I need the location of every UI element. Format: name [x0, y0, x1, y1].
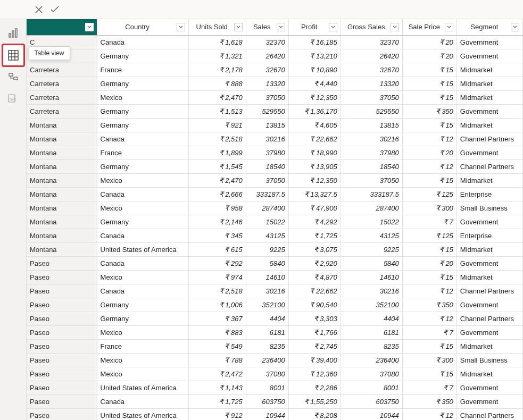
cell-price[interactable]: ₹ 20 — [402, 35, 456, 49]
cell-gross[interactable]: 529550 — [341, 104, 402, 118]
cell-country[interactable]: Mexico — [97, 173, 188, 187]
cell-country[interactable]: Germany — [97, 104, 188, 118]
cell-sales[interactable]: 10944 — [246, 408, 288, 420]
cell-price[interactable]: ₹ 15 — [402, 270, 456, 284]
table-row[interactable]: PaseoMexico₹ 97414610₹ 4,87014610₹ 15Mid… — [27, 270, 523, 284]
cell-sales[interactable]: 43125 — [246, 229, 288, 242]
cell-product[interactable]: Paseo — [27, 256, 97, 270]
cell-gross[interactable]: 6181 — [341, 325, 402, 339]
table-row[interactable]: PaseoUnited States of America₹ 1,1438001… — [27, 381, 523, 394]
table-row[interactable]: PaseoCanada₹ 2925840₹ 2,9205840₹ 20Gover… — [27, 256, 523, 270]
table-row[interactable]: CCanada₹ 1,61832370₹ 16,18532370₹ 20Gove… — [27, 35, 523, 49]
cell-units[interactable]: ₹ 883 — [188, 325, 246, 339]
cell-segment[interactable]: Channel Partners — [456, 312, 522, 325]
table-row[interactable]: MontanaFrance₹ 1,89937980₹ 18,99037980₹ … — [27, 146, 523, 159]
cell-price[interactable]: ₹ 300 — [402, 201, 456, 215]
cell-price[interactable]: ₹ 7 — [402, 325, 456, 339]
table-row[interactable]: PaseoUnited States of America₹ 91210944₹… — [27, 408, 523, 420]
cell-units[interactable]: ₹ 2,518 — [188, 284, 246, 298]
cell-profit[interactable]: ₹ 1,55,250 — [288, 394, 341, 408]
cell-country[interactable]: Mexico — [97, 353, 188, 367]
cell-product[interactable]: Montana — [27, 242, 97, 256]
cell-units[interactable]: ₹ 2,518 — [188, 132, 246, 146]
cell-gross[interactable]: 43125 — [341, 229, 402, 242]
cell-sales[interactable]: 13815 — [246, 118, 288, 132]
cell-profit[interactable]: ₹ 13,905 — [288, 159, 341, 173]
cell-gross[interactable]: 14610 — [341, 270, 402, 284]
table-row[interactable]: MontanaGermany₹ 1,54518540₹ 13,90518540₹… — [27, 159, 523, 173]
cell-product[interactable]: Montana — [27, 201, 97, 215]
cell-sales[interactable]: 30216 — [246, 284, 288, 298]
cell-units[interactable]: ₹ 1,321 — [188, 49, 246, 63]
cell-profit[interactable]: ₹ 3,075 — [288, 242, 341, 256]
cell-segment[interactable]: Small Business — [456, 353, 522, 367]
table-row[interactable]: CarreteraGermany₹ 1,32126420₹ 13,2102642… — [27, 49, 523, 63]
cell-price[interactable]: ₹ 300 — [402, 353, 456, 367]
data-grid[interactable]: CountryUnits SoldSalesProfitGross SalesS… — [27, 19, 523, 420]
report-view-button[interactable] — [4, 23, 23, 43]
table-row[interactable]: MontanaUnited States of America₹ 6159225… — [27, 242, 523, 256]
cell-units[interactable]: ₹ 2,470 — [188, 90, 246, 104]
cell-gross[interactable]: 236400 — [341, 353, 402, 367]
cell-product[interactable]: Paseo — [27, 381, 97, 394]
cell-country[interactable]: Mexico — [97, 201, 188, 215]
cell-segment[interactable]: Midmarket — [456, 173, 522, 187]
cell-profit[interactable]: ₹ 22,662 — [288, 284, 341, 298]
cell-product[interactable]: Montana — [27, 173, 97, 187]
table-row[interactable]: PaseoMexico₹ 2,47237080₹ 12,36037080₹ 15… — [27, 367, 523, 381]
cell-segment[interactable]: Midmarket — [456, 242, 522, 256]
column-filter-dropdown[interactable] — [177, 23, 185, 31]
cell-country[interactable]: Germany — [97, 215, 188, 229]
cell-segment[interactable]: Channel Partners — [456, 159, 522, 173]
cell-profit[interactable]: ₹ 22,662 — [288, 132, 341, 146]
cell-sales[interactable]: 5840 — [246, 256, 288, 270]
cell-gross[interactable]: 37050 — [341, 173, 402, 187]
cell-profit[interactable]: ₹ 13,210 — [288, 49, 341, 63]
cell-gross[interactable]: 37980 — [341, 146, 402, 159]
cell-price[interactable]: ₹ 125 — [402, 187, 456, 201]
cell-units[interactable]: ₹ 1,618 — [188, 35, 246, 49]
cell-segment[interactable]: Government — [456, 49, 522, 63]
table-row[interactable]: PaseoGermany₹ 3674404₹ 3,3034404₹ 12Chan… — [27, 312, 523, 325]
column-filter-dropdown[interactable] — [445, 23, 453, 31]
cell-segment[interactable]: Enterprise — [456, 187, 522, 201]
cell-price[interactable]: ₹ 15 — [402, 339, 456, 353]
cell-product[interactable]: Montana — [27, 146, 97, 159]
table-row[interactable]: PaseoFrance₹ 5498235₹ 2,7458235₹ 15Midma… — [27, 339, 523, 353]
cell-sales[interactable]: 8235 — [246, 339, 288, 353]
column-header-product[interactable] — [27, 19, 97, 35]
cell-price[interactable]: ₹ 20 — [402, 49, 456, 63]
cell-gross[interactable]: 8001 — [341, 381, 402, 394]
cell-units[interactable]: ₹ 367 — [188, 312, 246, 325]
cell-segment[interactable]: Midmarket — [456, 270, 522, 284]
cell-profit[interactable]: ₹ 8,208 — [288, 408, 341, 420]
cell-country[interactable]: Germany — [97, 159, 188, 173]
cell-product[interactable]: Paseo — [27, 325, 97, 339]
cell-sales[interactable]: 26420 — [246, 49, 288, 63]
cell-sales[interactable]: 6181 — [246, 325, 288, 339]
cell-product[interactable]: Montana — [27, 215, 97, 229]
table-row[interactable]: MontanaCanada₹ 2,51830216₹ 22,66230216₹ … — [27, 132, 523, 146]
cell-segment[interactable]: Midmarket — [456, 339, 522, 353]
cell-units[interactable]: ₹ 292 — [188, 256, 246, 270]
cell-gross[interactable]: 32370 — [341, 35, 402, 49]
cell-sales[interactable]: 8001 — [246, 381, 288, 394]
table-row[interactable]: CarreteraMexico₹ 2,47037050₹ 12,35037050… — [27, 90, 523, 104]
cell-gross[interactable]: 352100 — [341, 298, 402, 312]
cell-price[interactable]: ₹ 350 — [402, 104, 456, 118]
cell-country[interactable]: France — [97, 63, 188, 77]
cell-product[interactable]: Montana — [27, 118, 97, 132]
cell-profit[interactable]: ₹ 12,350 — [288, 90, 341, 104]
cell-price[interactable]: ₹ 7 — [402, 381, 456, 394]
cell-segment[interactable]: Government — [456, 381, 522, 394]
cell-gross[interactable]: 8235 — [341, 339, 402, 353]
cell-profit[interactable]: ₹ 16,185 — [288, 35, 341, 49]
cell-country[interactable]: Germany — [97, 312, 188, 325]
formula-cancel-button[interactable] — [31, 2, 47, 17]
cell-sales[interactable]: 37050 — [246, 173, 288, 187]
cell-gross[interactable]: 10944 — [341, 408, 402, 420]
cell-sales[interactable]: 13320 — [246, 77, 288, 90]
cell-profit[interactable]: ₹ 12,360 — [288, 367, 341, 381]
cell-sales[interactable]: 37080 — [246, 367, 288, 381]
cell-gross[interactable]: 333187.5 — [341, 187, 402, 201]
